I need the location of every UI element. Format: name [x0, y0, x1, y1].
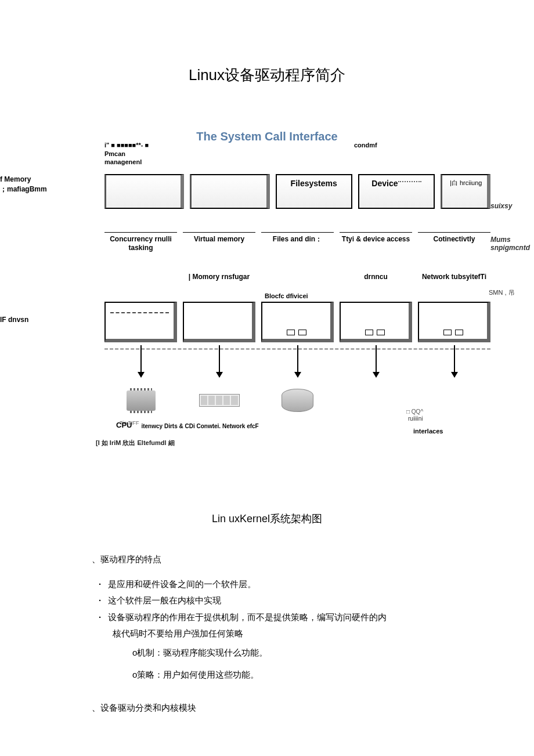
diagram-title: The System Call Interface — [0, 130, 534, 143]
diagram-text: SMN , 吊 — [489, 288, 515, 297]
arrow-down-icon — [376, 345, 377, 377]
arrow-down-icon — [454, 345, 455, 377]
architecture-diagram: The System Call Interface i" ■ ■■■■■**- … — [0, 116, 534, 476]
diagram-box-filesystems: Filesystems — [276, 174, 352, 209]
diagram-device-box — [418, 302, 490, 342]
diagram-text: f Memory — [0, 175, 31, 183]
box-label: Device — [371, 179, 398, 188]
arrow-down-icon — [219, 345, 220, 377]
diagram-label: | Momory rnsfugar — [183, 273, 255, 281]
box-label: Filesystems — [291, 179, 337, 188]
diagram-text: condmf — [354, 142, 377, 149]
arrow-down-icon — [297, 345, 298, 377]
sub-list-item: o机制：驱动程序能实现什么功能。 — [92, 645, 476, 661]
diagram-text: snpigmcntd — [490, 244, 530, 252]
diagram-device-row: Blocfc dfivicei — [104, 302, 490, 342]
disk-icon — [282, 389, 313, 412]
diagram-text: Mums — [490, 236, 511, 244]
diagram-label: Network tubsyitefTi — [418, 273, 490, 281]
diagram-text: IF dnvsn — [0, 316, 28, 324]
diagram-footer: [I 如 IriM 欣出 Eltefumdl 細 — [96, 439, 175, 447]
diagram-text: Pmcan — [104, 150, 125, 157]
diagram-label: Virtual memory — [183, 232, 255, 252]
diagram-hardware-row — [104, 389, 490, 412]
diagram-row-labels: Concurrency rnulli tasking Virtual memor… — [104, 232, 490, 252]
section-heading: 、驱动程序的特点 — [92, 551, 476, 568]
diagram-caption: Lin uxKernel系统架构图 — [0, 512, 534, 526]
diagram-text: Blocfc dfivicei — [265, 292, 308, 299]
diagram-boxes-row: Filesystems Device — [104, 174, 490, 209]
diagram-device-box — [340, 302, 412, 342]
sub-list-item: o策略：用户如何使用这些功能。 — [92, 667, 476, 683]
diagram-text: i" ■ ■■■■■**- ■ — [104, 142, 149, 149]
diagram-device-box — [104, 302, 177, 342]
diagram-label: drnncu — [340, 273, 412, 281]
diagram-text: managenenl — [104, 158, 142, 165]
section-heading: 、设备驱动分类和内核模块 — [92, 700, 476, 717]
diagram-device-box — [183, 302, 255, 342]
diagram-text: itenwcy Dirts & CDi Conwtei. Network efc… — [141, 423, 258, 429]
diagram-text: ruiiiini — [408, 415, 423, 422]
diagram-label: Concurrency rnulli tasking — [104, 232, 177, 252]
diagram-label: Files and din： — [261, 232, 334, 252]
diagram-text: interlaces — [413, 428, 443, 435]
decoration — [398, 181, 421, 182]
diagram-device-box: Blocfc dfivicei — [261, 302, 334, 342]
cpu-icon — [127, 390, 156, 411]
diagram-text: ；mafiagBmm — [0, 185, 47, 194]
diagram-label: Cotinectivtly — [418, 232, 490, 252]
memory-icon — [199, 394, 240, 407]
bullet-list: 是应用和硬件设备之间的一个软件层。 这个软件层一般在内核中实现 设备驱动程序的作… — [92, 576, 476, 626]
diagram-label — [104, 273, 177, 281]
cpu-label: CPU — [116, 421, 132, 429]
diagram-label: Ttyi & device access — [340, 232, 412, 252]
diagram-arrows — [104, 345, 490, 377]
list-item: 是应用和硬件设备之间的一个软件层。 — [108, 576, 476, 593]
diagram-row-labels-2: | Momory rnsfugar drnncu Network tubsyit… — [104, 273, 490, 281]
list-item: 这个软件层一般在内核中实现 — [108, 592, 476, 609]
diagram-box-device: Device — [358, 174, 435, 209]
diagram-label — [261, 273, 334, 281]
page-title: Linux设备驱动程序简介 — [0, 0, 534, 85]
arrow-down-icon — [140, 345, 142, 377]
list-item: 设备驱动程序的作用在于提供机制，而不是提供策略，编写访问硬件的内 — [108, 609, 476, 626]
diagram-text: |白 hrciiung — [450, 179, 482, 187]
list-item-continuation: 核代码时不要给用户强加任何策略 — [92, 625, 476, 642]
diagram-box — [190, 174, 269, 209]
document-body: 、驱动程序的特点 是应用和硬件设备之间的一个软件层。 这个软件层一般在内核中实现… — [92, 551, 476, 724]
diagram-box — [104, 174, 184, 209]
diagram-text: □ QQ^ — [406, 408, 423, 415]
diagram-text: suixsy — [490, 202, 512, 210]
